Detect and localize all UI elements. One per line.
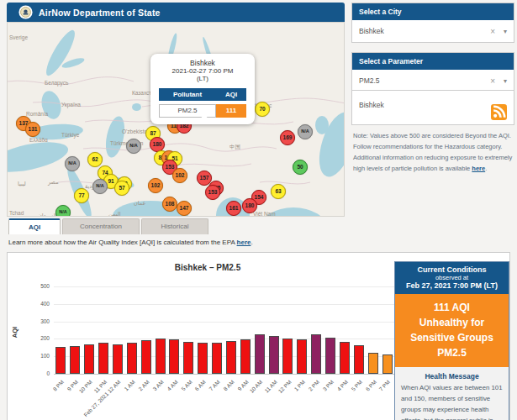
x-axis-tick: 4 PM xyxy=(335,379,349,392)
chart-bar xyxy=(98,343,108,374)
parameter-select[interactable]: PM2.5 × ▾ xyxy=(352,70,514,92)
aqi-map-marker[interactable]: 62 xyxy=(87,152,103,167)
x-axis-tick: 4 AM xyxy=(166,379,178,391)
aqi-map-marker[interactable]: 102 xyxy=(148,178,163,193)
chevron-down-icon[interactable]: ▾ xyxy=(504,28,507,35)
learn-more-prefix: Learn more about how the Air Quality Ind… xyxy=(8,239,237,246)
x-axis-tick: 1 PM xyxy=(293,379,307,392)
cc-aqi-category: Unhealthy for Sensitive Groups xyxy=(398,315,505,345)
tab-aqi[interactable]: AQI xyxy=(8,218,61,234)
map-country-label: Україна xyxy=(61,102,81,108)
chart-plot: Bishkek – PM2.5 AQI 01002003004005008 PM… xyxy=(18,256,398,420)
map-country-label: Tchad xyxy=(9,210,24,216)
clear-icon[interactable]: × xyxy=(490,76,495,86)
sidebar: Select a City Bishkek × ▾ Select a Param… xyxy=(351,0,514,35)
chart-bar xyxy=(198,343,208,374)
clear-icon[interactable]: × xyxy=(490,27,495,36)
aqi-map-marker[interactable]: 108 xyxy=(162,197,177,212)
y-axis-tick: 500 xyxy=(18,283,50,289)
cc-aqi-value: 111 AQI xyxy=(398,300,505,315)
learn-more-suffix: . xyxy=(251,239,252,246)
chart-bar xyxy=(55,347,66,374)
x-axis-tick: 3 AM xyxy=(151,379,164,391)
aqi-map-marker[interactable]: 161 xyxy=(226,201,241,216)
aqi-map-marker[interactable]: N/A xyxy=(298,124,313,139)
x-axis-tick: 10 PM xyxy=(78,379,93,394)
health-message-box: Health Message When AQI values are betwe… xyxy=(395,367,509,420)
chart-gridline xyxy=(54,286,394,287)
aqi-map-marker[interactable]: 180 xyxy=(242,198,257,213)
map-country-label: Türkiye xyxy=(61,132,79,138)
chart-bar xyxy=(382,354,393,374)
cc-parameter: PM2.5 xyxy=(398,345,505,360)
x-axis-tick: 3 PM xyxy=(321,379,335,392)
parameter-select-header: Select a Parameter xyxy=(352,53,514,70)
x-axis-tick: 9 AM xyxy=(236,379,249,391)
map-country-label: اليمن xyxy=(108,211,120,217)
tab-bar: AQI Concentration Historical xyxy=(8,218,208,234)
chart-bar xyxy=(255,334,265,374)
note-text: Note: Values above 500 are considered Be… xyxy=(353,132,512,172)
city-select-header: Select a City xyxy=(352,3,514,20)
aqi-map-marker[interactable]: 147 xyxy=(177,201,192,216)
cc-title: Current Conditions xyxy=(397,265,507,274)
aqi-map-marker[interactable]: 50 xyxy=(293,160,308,175)
aqi-map-marker[interactable]: 63 xyxy=(271,184,286,199)
map-country-label: عمان xyxy=(134,200,145,207)
aqi-map-marker[interactable]: 70 xyxy=(255,102,270,117)
map-country-label: Sverige xyxy=(9,34,28,40)
note-suffix: . xyxy=(485,165,487,172)
current-conditions-panel: Current Conditions observed at Feb 27, 2… xyxy=(394,261,509,420)
chart-bar xyxy=(70,346,80,374)
chart-bar xyxy=(311,334,321,374)
aqi-map-marker[interactable]: N/A xyxy=(126,139,141,154)
x-axis-tick: 7 AM xyxy=(208,379,221,391)
chart-bar xyxy=(226,341,236,374)
y-axis-tick: 400 xyxy=(18,301,50,307)
chart-gridline xyxy=(54,374,394,375)
health-message-text: When AQI values are between 101 and 150,… xyxy=(401,383,503,420)
chevron-down-icon[interactable]: ▾ xyxy=(504,77,507,85)
popup-col-pollutant: Pollutant xyxy=(159,88,216,101)
x-axis-tick: 12 PM xyxy=(277,379,292,394)
city-select-box: Select a City Bishkek × ▾ xyxy=(351,3,514,43)
chart-gridline xyxy=(54,304,394,305)
aqi-map-marker[interactable]: N/A xyxy=(55,205,71,217)
x-axis-tick: 5 PM xyxy=(350,379,363,392)
chart-bar xyxy=(156,339,166,374)
map-country-label: Беларусь xyxy=(45,80,68,86)
rss-icon[interactable] xyxy=(491,104,507,120)
aqi-map-marker[interactable]: 153 xyxy=(205,185,220,200)
map-country-label: مصر xyxy=(48,179,59,186)
y-axis-tick: 300 xyxy=(18,318,50,324)
y-axis-tick: 200 xyxy=(18,335,50,341)
beyond-aqi-note: Note: Values above 500 are considered Be… xyxy=(353,130,514,175)
y-axis-tick: 0 xyxy=(18,370,50,376)
app-title: AirNow Department of State xyxy=(39,8,161,18)
app-header: AirNow Department of State xyxy=(7,3,345,22)
map-canvas[interactable]: SverigeБеларусьУкраїнаRomâniaΕλλάδαTürki… xyxy=(7,22,345,217)
aqi-map-marker[interactable]: 169 xyxy=(280,130,295,145)
tab-concentration[interactable]: Concentration xyxy=(62,218,140,234)
map-country-label: ليبيا xyxy=(18,181,26,187)
aqi-map-marker[interactable]: 77 xyxy=(74,188,89,203)
cc-aqi-block: 111 AQI Unhealthy for Sensitive Groups P… xyxy=(395,294,509,367)
aqi-map-marker[interactable]: N/A xyxy=(92,179,108,194)
popup-col-aqi: AQI xyxy=(216,88,246,101)
map-country-label: Ελλάδα xyxy=(29,137,48,143)
x-axis-tick: 10 AM xyxy=(249,379,264,394)
aqi-map-marker[interactable]: 57 xyxy=(114,181,129,196)
aqi-map-marker[interactable]: 131 xyxy=(25,122,40,137)
x-axis-tick: 8 PM xyxy=(52,379,66,392)
note-here-link[interactable]: here xyxy=(472,165,485,172)
chart-bar xyxy=(325,338,335,374)
chart-bar xyxy=(354,345,364,374)
city-select[interactable]: Bishkek × ▾ xyxy=(352,20,514,42)
x-axis-tick: 11 AM xyxy=(263,379,278,394)
chart-gridline xyxy=(54,322,394,323)
chart-bar xyxy=(141,340,151,374)
epa-here-link[interactable]: here xyxy=(237,239,251,246)
tab-historical[interactable]: Historical xyxy=(141,218,208,234)
aqi-map-marker[interactable]: N/A xyxy=(65,156,80,171)
aqi-map-marker[interactable]: 102 xyxy=(172,168,187,183)
